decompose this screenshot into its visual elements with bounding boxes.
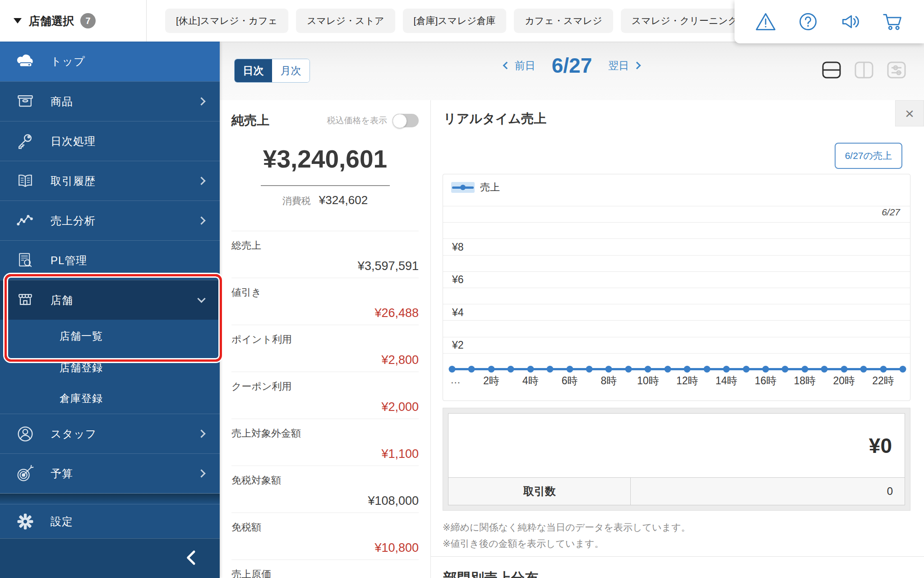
sidebar-item-daily-processing[interactable]: 日次処理: [0, 121, 220, 161]
utility-panel: [735, 0, 924, 43]
data-point: [723, 366, 730, 373]
next-day-button[interactable]: 翌日: [608, 59, 640, 73]
alert-icon[interactable]: [754, 10, 777, 33]
help-icon[interactable]: [797, 10, 819, 33]
transaction-count-value: 0: [631, 478, 905, 505]
footnote: ※締めに関係なく純粋な当日のデータを表示しています。: [443, 519, 691, 536]
sales-data-line: [452, 368, 903, 370]
gridline: [443, 304, 910, 304]
section-divider: [431, 556, 924, 557]
sidebar-subitem-store-register[interactable]: 店舗登録: [0, 352, 220, 383]
sidebar-item-staff[interactable]: スタッフ: [0, 414, 220, 453]
tax-included-label: 税込価格を表示: [327, 115, 387, 126]
row-value: ¥1,100: [231, 447, 419, 461]
layout-switcher: [821, 60, 907, 80]
row-label: 免税額: [231, 521, 419, 534]
chart-legend: 売上: [451, 181, 500, 194]
sidebar-subitem-label: 店舗登録: [60, 361, 103, 375]
data-point: [782, 366, 789, 373]
transaction-count-label: 取引数: [448, 478, 631, 505]
sidebar-item-label: スタッフ: [51, 427, 199, 441]
chevron-right-icon: [197, 216, 205, 224]
sidebar-item-transaction-history[interactable]: 取引履歴: [0, 161, 220, 200]
sidebar-item-settings[interactable]: 設定: [0, 504, 220, 538]
net-sales-card: 純売上 税込価格を表示 ¥3,240,601 消費税 ¥324,602 総売上 …: [220, 100, 431, 578]
store-chip[interactable]: [倉庫]スマレジ倉庫: [403, 9, 507, 33]
dropdown-caret-icon: [14, 18, 22, 23]
footnotes: ※締めに関係なく純粋な当日のデータを表示しています。 ※値引き後の金額を表示して…: [443, 519, 691, 552]
store-chip[interactable]: スマレジ・ストア: [296, 9, 395, 33]
data-point: [488, 366, 494, 373]
data-point: [468, 366, 475, 373]
data-point: [527, 366, 534, 373]
sales-row: 売上原価: [231, 559, 419, 578]
x-axis-tick-label: 10時: [637, 374, 659, 388]
sidebar-subitem-store-list[interactable]: 店舗一覧: [0, 320, 220, 352]
y-axis-tick-label: ¥6: [452, 274, 464, 286]
row-label: 売上原価: [231, 568, 419, 578]
chevron-left-icon: [503, 62, 510, 70]
store-chip[interactable]: カフェ・スマレジ: [514, 9, 613, 33]
sidebar-item-top[interactable]: トップ: [0, 42, 220, 81]
collapse-sidebar-icon[interactable]: [183, 549, 201, 569]
data-point: [821, 366, 828, 373]
toggle-switch-off[interactable]: [393, 114, 419, 127]
row-value: ¥26,488: [231, 306, 419, 320]
date-navigation: 前日 6/27 翌日: [220, 53, 924, 78]
data-point: [508, 366, 514, 373]
close-icon[interactable]: ×: [895, 100, 924, 126]
sidebar-subitem-warehouse-register[interactable]: 倉庫登録: [0, 383, 220, 414]
y-axis-tick-label: ¥8: [452, 241, 464, 253]
prev-day-label: 前日: [515, 59, 536, 73]
tax-included-toggle[interactable]: 税込価格を表示: [327, 114, 419, 127]
x-axis-tick-label: 20時: [833, 374, 855, 388]
gridline: [443, 288, 910, 288]
box-icon: [0, 92, 51, 112]
sidebar-item-pl-management[interactable]: PL管理: [0, 240, 220, 280]
chevron-down-icon: [197, 294, 205, 303]
data-point: [625, 366, 632, 373]
net-sales-header: 純売上 税込価格を表示: [220, 100, 430, 129]
chart-date-annotation: 6/27: [882, 207, 900, 218]
gridline: [443, 320, 910, 321]
y-axis-tick-label: ¥4: [452, 307, 464, 319]
content-toolbar: 日次 月次 前日 6/27 翌日: [220, 42, 924, 100]
transaction-summary-box: ¥0 取引数 0: [443, 408, 910, 511]
summary-amount: ¥0: [448, 413, 905, 477]
sidebar-item-label: 予算: [51, 466, 199, 481]
store-selector-dropdown[interactable]: 店舗選択 7: [0, 0, 147, 42]
sidebar-item-products[interactable]: 商品: [0, 81, 220, 121]
current-date[interactable]: 6/27: [552, 53, 592, 78]
sidebar-item-label: 取引履歴: [51, 174, 199, 188]
sidebar-item-sales-analysis[interactable]: 売上分析: [0, 200, 220, 240]
sidebar-collapse-bar: [0, 538, 220, 578]
gridline: [443, 271, 910, 272]
prev-day-button[interactable]: 前日: [504, 59, 536, 73]
data-point: [743, 366, 749, 373]
x-axis-tick-label: 14時: [716, 374, 738, 388]
sales-row: 免税額 ¥10,800: [231, 513, 419, 559]
cart-icon[interactable]: [882, 10, 904, 33]
sidebar-item-budget[interactable]: 予算: [0, 453, 220, 493]
sales-row: 免税対象額 ¥108,000: [231, 466, 419, 513]
split-horizontal-icon[interactable]: [821, 60, 842, 80]
row-value: ¥10,800: [231, 541, 419, 555]
sidebar-item-stores[interactable]: 店舗: [0, 280, 220, 320]
divider: [261, 185, 390, 186]
sales-row: 売上対象外金額 ¥1,100: [231, 419, 419, 466]
store-chip[interactable]: スマレジ・クリーニング: [621, 9, 748, 33]
pl-document-icon: [0, 251, 51, 270]
x-axis-tick-label: 4時: [522, 374, 539, 388]
display-settings-icon[interactable]: [886, 60, 907, 80]
y-axis-tick-label: ¥2: [452, 339, 464, 351]
date-sales-button[interactable]: 6/27の売上: [835, 143, 902, 169]
announcement-icon[interactable]: [839, 10, 862, 33]
legend-label: 売上: [480, 181, 500, 194]
sidebar-item-label: 店舗: [51, 293, 199, 308]
realtime-sales-card: × リアルタイム売上 6/27の売上 売上 6/27 …2時4時6時8時10時1…: [431, 100, 924, 578]
data-point: [900, 366, 906, 373]
split-vertical-icon[interactable]: [854, 60, 874, 80]
sales-row: 値引き ¥26,488: [231, 278, 419, 325]
gridline: [443, 238, 910, 239]
store-chip[interactable]: [休止]スマレジ・カフェ: [165, 9, 288, 33]
